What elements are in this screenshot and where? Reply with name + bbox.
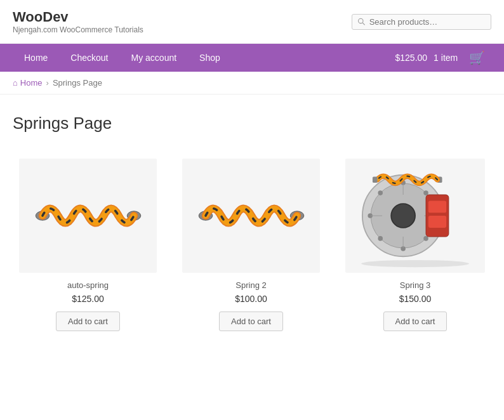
home-icon: ⌂ [13,78,18,88]
svg-point-14 [423,236,428,241]
nav-links: Home Checkout My account Shop [13,44,232,72]
add-to-cart-button-2[interactable]: Add to cart [219,312,283,331]
nav-link-checkout[interactable]: Checkout [59,44,119,72]
cart-amount: $125.00 [395,53,427,63]
svg-rect-22 [428,200,446,213]
svg-point-15 [378,236,383,241]
product-grid: auto-spring $125.00 Add to cart Spring 2 [13,152,491,338]
breadcrumb-home-label: Home [20,78,43,88]
svg-rect-23 [428,216,446,228]
svg-point-13 [378,190,383,195]
nav-link-home[interactable]: Home [13,44,59,72]
product-name-2: Spring 2 [182,280,320,290]
nav-item-checkout[interactable]: Checkout [59,44,119,72]
breadcrumb: ⌂ Home › Springs Page [0,72,504,95]
product-image-2 [182,159,320,273]
search-icon [357,17,366,26]
svg-rect-25 [373,177,378,183]
spring-image-3 [345,162,485,270]
cart-info[interactable]: $125.00 1 item 🛒 [395,50,491,65]
nav-link-shop[interactable]: Shop [188,44,232,72]
add-to-cart-button-1[interactable]: Add to cart [56,312,120,331]
product-price-3: $150.00 [345,294,485,304]
search-form[interactable] [352,14,491,30]
breadcrumb-separator: › [46,78,49,88]
spring-image-2 [194,187,308,244]
page-title: Springs Page [13,114,491,133]
spring-image-1 [31,187,145,244]
site-header: WooDev Njengah.com WooCommerce Tutorials [0,0,504,44]
product-price-2: $100.00 [182,294,320,304]
nav-item-shop[interactable]: Shop [188,44,232,72]
svg-point-16 [423,190,428,195]
site-branding: WooDev Njengah.com WooCommerce Tutorials [13,9,143,34]
add-to-cart-button-3[interactable]: Add to cart [383,312,448,331]
breadcrumb-home-link[interactable]: ⌂ Home [13,78,43,88]
product-card-3: Spring 3 $150.00 Add to cart [339,152,491,338]
nav-item-myaccount[interactable]: My account [120,44,189,72]
nav-item-home[interactable]: Home [13,44,59,72]
product-image-3 [345,159,485,273]
nav-link-myaccount[interactable]: My account [120,44,189,72]
svg-point-8 [391,204,415,228]
main-content: Springs Page [0,95,504,357]
cart-icon: 🛒 [469,50,485,65]
svg-line-1 [362,23,364,25]
product-name-1: auto-spring [19,280,157,290]
site-title: WooDev [13,9,143,25]
svg-point-0 [359,18,363,23]
search-input[interactable] [369,17,486,27]
cart-items-count: 1 item [434,53,458,63]
site-nav: Home Checkout My account Shop $125.00 1 … [0,44,504,72]
breadcrumb-current: Springs Page [53,78,102,88]
product-card-2: Spring 2 $100.00 Add to cart [176,152,326,338]
product-image-1 [19,159,157,273]
product-card-1: auto-spring $125.00 Add to cart [13,152,163,338]
product-price-1: $125.00 [19,294,157,304]
site-description: Njengah.com WooCommerce Tutorials [13,25,143,34]
svg-point-26 [361,260,469,267]
product-name-3: Spring 3 [345,280,485,290]
